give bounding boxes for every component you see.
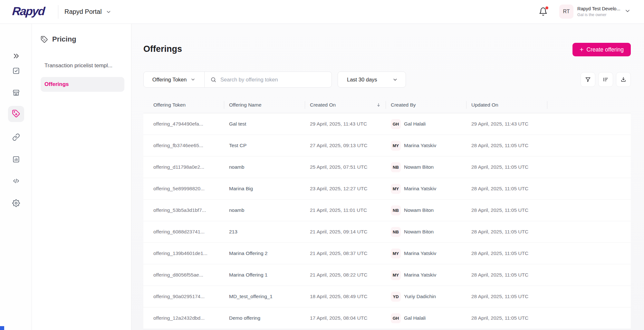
account-chevron-down-icon[interactable] (624, 8, 631, 14)
cell-offering-name: MD_test_offering_1 (224, 294, 305, 299)
creator-avatar: MY (391, 141, 401, 151)
cell-created-by: NB Nowam Biton (386, 227, 466, 237)
sort-button[interactable] (598, 72, 613, 87)
search-field-selector[interactable]: Offering Token (144, 72, 205, 87)
cell-offering-name: Gal test (224, 121, 305, 127)
table-row[interactable]: offering_90a0295174... MD_test_offering_… (143, 286, 631, 307)
cell-created-on: 25 April, 2025, 07:51 UTC (305, 164, 386, 170)
sidebar-item-transaction-pricelist[interactable]: Transaction pricelist templ... (41, 58, 124, 73)
cell-offering-name: 213 (224, 229, 305, 235)
rail-item-tasks[interactable] (0, 67, 32, 75)
sidebar-title-label: Pricing (52, 35, 76, 43)
cell-created-on: 23 April, 2025, 12:27 UTC (305, 186, 386, 192)
rail-item-developers[interactable] (0, 177, 32, 185)
table-row[interactable]: offering_d11798a0e2... noamb 25 April, 2… (143, 156, 631, 178)
page-title: Offerings (143, 44, 182, 54)
cell-offering-token: offering_5e89998820... (143, 186, 224, 192)
table-row[interactable]: offering_53b5a3d1bf7... noamb 21 April, … (143, 200, 631, 221)
column-header-updated-on[interactable]: Updated On (466, 97, 547, 113)
table-row[interactable]: offering_139b4601de1... Marina Offering … (143, 243, 631, 264)
filter-bar: Offering Token Last 30 days (143, 71, 631, 88)
cell-created-by: NB Nowam Biton (386, 162, 466, 172)
cell-created-on: 21 April, 2025, 09:14 UTC (305, 229, 386, 235)
cell-offering-token: offering_90a0295174... (143, 294, 224, 299)
table-row[interactable]: offering_6088d23741... 213 21 April, 202… (143, 221, 631, 243)
cell-updated-on: 28 April, 2025, 11:05 UTC (466, 315, 547, 321)
create-offering-button[interactable]: + Create offering (572, 43, 631, 56)
cell-offering-name: Marina Offering 2 (224, 250, 305, 256)
creator-avatar: YD (391, 292, 401, 302)
header-divider (58, 5, 58, 19)
search-input[interactable] (220, 77, 326, 83)
table-toolbar (581, 72, 631, 87)
notification-badge (545, 6, 548, 9)
gear-icon (12, 199, 20, 207)
creator-avatar: GH (391, 313, 401, 323)
creator-name: Gal Halali (404, 315, 426, 321)
cell-offering-token: offering_12a2432dbd... (143, 315, 224, 321)
portal-switcher[interactable]: Rapyd Portal (64, 0, 111, 24)
creator-name: Gal Halali (404, 121, 426, 127)
column-label: Created By (391, 102, 416, 108)
cell-created-on: 27 April, 2025, 09:13 UTC (305, 143, 386, 148)
column-header-offering-name[interactable]: Offering Name (224, 97, 305, 113)
rapyd-logo: Rapyd (12, 5, 45, 18)
account-subtitle: Gal is the owner (577, 13, 620, 17)
plus-icon: + (580, 46, 583, 53)
creator-avatar: MY (391, 249, 401, 259)
table-row[interactable]: offering_d8056f55ae... Marina Offering 1… (143, 264, 631, 286)
cell-created-on: 21 April, 2025, 08:22 UTC (305, 272, 386, 278)
funnel-icon (585, 76, 591, 83)
creator-avatar: NB (391, 227, 401, 237)
creator-name: Marina Yatskiv (404, 143, 436, 148)
rail-item-settings[interactable] (0, 199, 32, 207)
filter-button[interactable] (581, 72, 595, 87)
rail-item-reports[interactable] (0, 156, 32, 163)
rail-item-links[interactable] (0, 133, 32, 141)
icon-rail (0, 24, 32, 330)
search-box (205, 77, 332, 83)
creator-name: Marina Yatskiv (404, 250, 436, 256)
cell-offering-token: offering_4794490efa... (143, 121, 224, 127)
cell-created-on: 21 April, 2025, 08:37 UTC (305, 250, 386, 256)
cell-updated-on: 28 April, 2025, 11:05 UTC (466, 294, 547, 299)
creator-name: Nowam Biton (404, 229, 434, 235)
cell-offering-token: offering_139b4601de1... (143, 250, 224, 256)
rail-item-merchant[interactable] (0, 89, 32, 97)
account-name: Rapyd Test Develo... (577, 6, 620, 11)
download-button[interactable] (616, 72, 631, 87)
cell-created-on: 21 April, 2025, 11:01 UTC (305, 207, 386, 213)
table-row[interactable]: offering_5e89998820... Marina Big 23 Apr… (143, 178, 631, 200)
sidebar-item-offerings[interactable]: Offerings (41, 77, 124, 92)
column-label: Updated On (471, 102, 498, 108)
double-chevron-right-icon (12, 52, 20, 60)
main-content: Offerings + Create offering Offering Tok… (131, 24, 644, 330)
cell-offering-name: Test CP (224, 143, 305, 148)
top-header: Rapyd Rapyd Portal RT Rapyd Test Develo.… (0, 0, 644, 24)
price-tag-icon (41, 36, 48, 43)
create-offering-label: Create offering (587, 46, 624, 53)
corner-artifact (0, 326, 4, 330)
account-avatar: RT (559, 5, 573, 19)
sidebar-expand-button[interactable] (0, 52, 32, 60)
cell-updated-on: 28 April, 2025, 11:05 UTC (466, 272, 547, 278)
offerings-table: Offering Token Offering Name Created On … (143, 97, 631, 329)
column-header-offering-token[interactable]: Offering Token (143, 97, 224, 113)
cell-offering-name: Marina Offering 1 (224, 272, 305, 278)
rail-item-pricing[interactable] (0, 109, 32, 118)
cell-offering-token: offering_d8056f55ae... (143, 272, 224, 278)
account-menu[interactable]: RT Rapyd Test Develo... Gal is the owner (559, 5, 620, 19)
column-header-created-on[interactable]: Created On (305, 97, 386, 113)
sort-lines-icon (602, 76, 609, 83)
date-range-value: Last 30 days (347, 77, 377, 83)
cell-updated-on: 28 April, 2025, 11:05 UTC (466, 143, 547, 148)
table-row[interactable]: offering_12a2432dbd... Demo offering 17 … (143, 307, 631, 329)
notification-bell-button[interactable] (539, 7, 548, 17)
creator-name: Nowam Biton (404, 164, 434, 170)
table-row[interactable]: offering_fb3746ee65... Test CP 27 April,… (143, 135, 631, 156)
creator-avatar: MY (391, 184, 401, 194)
column-header-created-by[interactable]: Created By (386, 97, 466, 113)
table-row[interactable]: offering_4794490efa... Gal test 29 April… (143, 113, 631, 135)
date-range-selector[interactable]: Last 30 days (338, 71, 406, 88)
creator-name: Yuriy Dadichin (404, 294, 436, 299)
